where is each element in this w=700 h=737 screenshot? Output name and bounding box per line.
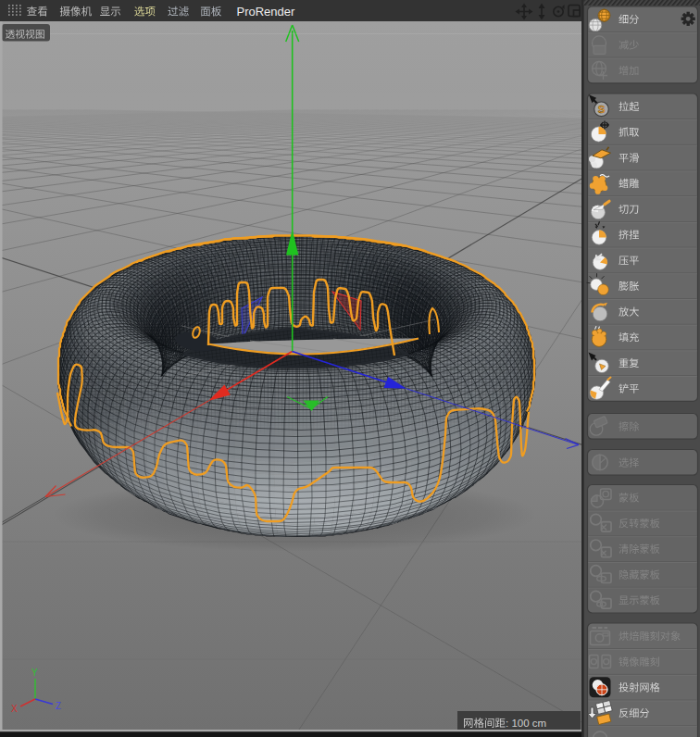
- svg-text:: 100 cm: : 100 cm: [506, 718, 546, 729]
- svg-text:ProRender: ProRender: [237, 5, 296, 19]
- svg-text:X: X: [11, 704, 18, 714]
- svg-text:Z: Z: [56, 701, 61, 711]
- svg-text:Y: Y: [31, 668, 38, 678]
- svg-text:S: S: [598, 104, 606, 115]
